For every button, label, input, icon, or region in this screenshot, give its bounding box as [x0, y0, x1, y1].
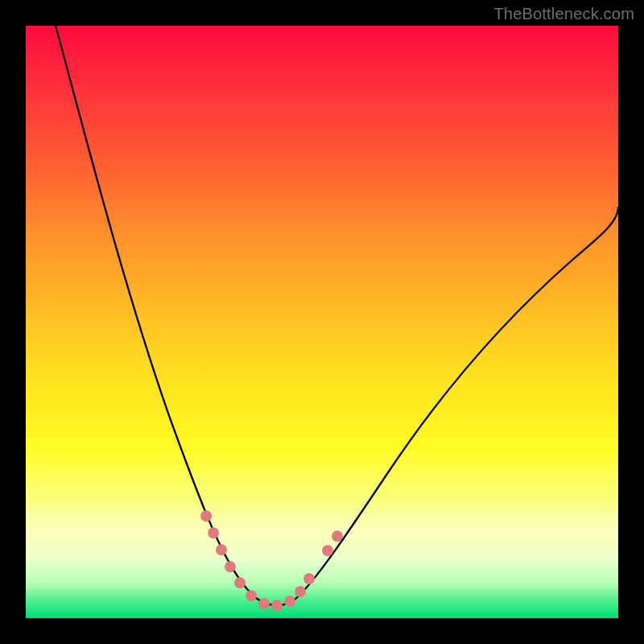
svg-point-1	[208, 527, 219, 539]
svg-point-10	[303, 573, 315, 584]
watermark-label: TheBottleneck.com	[493, 5, 634, 23]
svg-point-12	[332, 530, 343, 542]
svg-point-8	[284, 596, 295, 607]
svg-point-3	[225, 561, 236, 572]
svg-point-6	[258, 598, 270, 609]
svg-point-7	[271, 600, 283, 611]
highlight-dots-right	[284, 530, 343, 607]
svg-point-4	[234, 577, 246, 588]
svg-point-0	[200, 510, 212, 522]
svg-point-11	[322, 545, 333, 556]
chart-svg	[26, 26, 618, 618]
svg-point-5	[246, 590, 257, 601]
svg-point-2	[216, 544, 227, 555]
bottleneck-curve	[56, 26, 618, 605]
chart-frame	[26, 26, 618, 618]
svg-point-9	[295, 586, 306, 597]
highlight-dots-left	[200, 510, 283, 611]
